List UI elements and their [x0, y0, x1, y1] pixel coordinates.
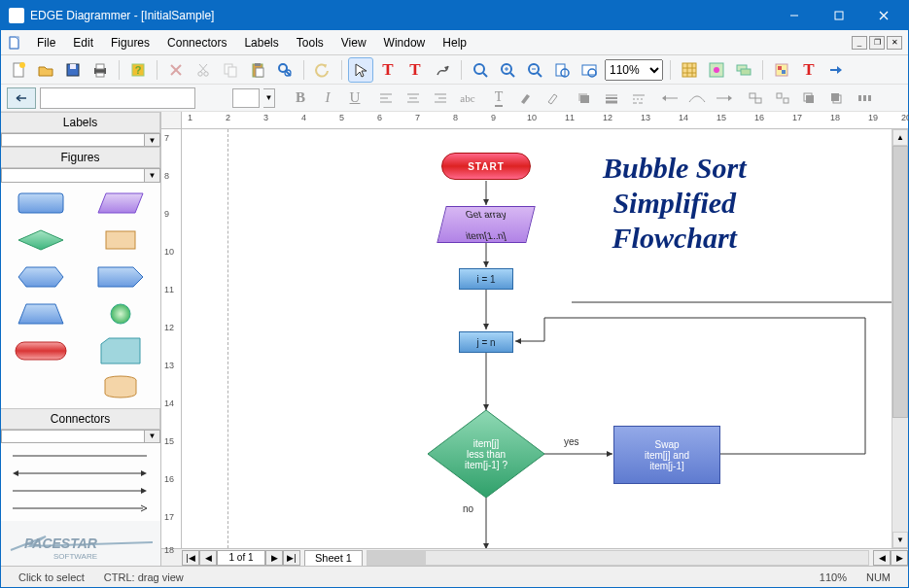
arrow-end-button[interactable] — [713, 86, 736, 110]
help-button[interactable]: ? — [126, 58, 150, 82]
scroll-right-icon[interactable]: ▶ — [891, 550, 908, 566]
figure-circle[interactable] — [88, 299, 153, 329]
zoom-combo[interactable]: 110% — [605, 59, 663, 81]
chevron-down-icon[interactable]: ▼ — [144, 169, 159, 181]
align-right-button[interactable] — [429, 86, 452, 110]
snap-grid-button[interactable] — [705, 58, 728, 82]
line-style-button[interactable] — [600, 86, 623, 110]
hscroll-thumb[interactable] — [367, 551, 426, 565]
fill-color-button[interactable] — [232, 88, 260, 108]
print-button[interactable] — [88, 58, 112, 82]
snap-figure-button[interactable] — [732, 58, 755, 82]
align-center-button[interactable] — [402, 86, 425, 110]
distribute-button[interactable] — [853, 86, 876, 110]
last-page-button[interactable]: ▶| — [283, 550, 300, 566]
zoom-out-button[interactable] — [523, 58, 546, 82]
style-gallery-button[interactable] — [770, 58, 793, 82]
figure-rect[interactable] — [9, 189, 73, 218]
close-button[interactable] — [861, 1, 906, 30]
text-style-button[interactable]: T — [797, 58, 821, 82]
get-array-node[interactable]: Get arrayitem[1..n] — [437, 206, 535, 243]
maximize-button[interactable] — [817, 1, 861, 30]
connector-arrow[interactable] — [7, 482, 155, 500]
ungroup-button[interactable] — [771, 86, 794, 110]
zoom-page-button[interactable] — [550, 58, 574, 82]
prev-page-button[interactable]: ◀ — [199, 550, 217, 566]
labels-panel-header[interactable]: Labels — [1, 112, 160, 133]
text-tool-button[interactable]: T — [376, 58, 400, 82]
scroll-up-icon[interactable]: ▲ — [892, 129, 908, 146]
underline-button[interactable]: U — [343, 86, 367, 110]
zoom-button[interactable] — [469, 58, 492, 82]
pointer-mode-button[interactable] — [7, 87, 36, 109]
horizontal-scrollbar[interactable] — [367, 550, 869, 566]
vscroll-thumb[interactable] — [892, 146, 908, 418]
back-button[interactable] — [825, 86, 849, 110]
figure-tag[interactable] — [88, 262, 153, 292]
chevron-down-icon[interactable]: ▼ — [144, 134, 159, 146]
open-button[interactable] — [34, 58, 57, 82]
style-selector[interactable] — [40, 87, 195, 109]
connectors-panel-header[interactable]: Connectors — [1, 408, 160, 430]
zoom-in-button[interactable] — [496, 58, 519, 82]
menu-help[interactable]: Help — [434, 33, 475, 52]
shadow-button[interactable] — [573, 86, 596, 110]
abc-button[interactable]: abc — [456, 86, 479, 110]
swap-node[interactable]: Swapitem[j] anditem[j-1] — [613, 426, 720, 484]
menu-edit[interactable]: Edit — [64, 33, 102, 52]
scroll-left-icon[interactable]: ◀ — [873, 550, 891, 566]
select-tool-button[interactable] — [349, 58, 372, 82]
connector-tool-button[interactable] — [431, 58, 454, 82]
bold-button[interactable]: B — [289, 86, 312, 110]
start-node[interactable]: START — [441, 153, 531, 180]
group-button[interactable] — [744, 86, 767, 110]
arrow-curve-button[interactable] — [685, 86, 709, 110]
chevron-down-icon[interactable]: ▼ — [144, 431, 159, 442]
copy-button[interactable] — [219, 58, 242, 82]
connector-open-arrow[interactable] — [7, 500, 155, 517]
canvas[interactable]: START Get arrayitem[1..n] i = 1 j = n it… — [182, 129, 892, 548]
mdi-close-icon[interactable]: ✕ — [887, 36, 902, 50]
grid-button[interactable] — [678, 58, 701, 82]
figure-card[interactable] — [88, 336, 153, 365]
cut-button[interactable] — [192, 58, 215, 82]
figure-parallelogram[interactable] — [88, 189, 153, 218]
j-equals-n-node[interactable]: j = n — [459, 331, 513, 353]
decision-node[interactable]: item[j]less thanitem[j-1] ? — [428, 410, 544, 498]
mdi-minimize-icon[interactable]: _ — [852, 36, 867, 50]
arrow-start-button[interactable] — [658, 86, 682, 110]
i-equals-1-node[interactable]: i = 1 — [459, 268, 513, 290]
delete-button[interactable] — [164, 58, 188, 82]
dash-style-button[interactable] — [627, 86, 650, 110]
align-left-button[interactable] — [374, 86, 398, 110]
ruler-horizontal[interactable]: 1 2 3 4 5 6 7 8 9 10 11 12 13 14 15 16 1 — [182, 112, 908, 129]
save-button[interactable] — [61, 58, 85, 82]
figures-panel-header[interactable]: Figures — [1, 147, 160, 168]
menu-figures[interactable]: Figures — [102, 33, 158, 52]
connector-double-arrow[interactable] — [7, 465, 155, 482]
mdi-restore-icon[interactable]: ❐ — [869, 36, 885, 50]
paste-button[interactable] — [246, 58, 269, 82]
figure-hexagon[interactable] — [9, 262, 73, 292]
figure-diamond[interactable] — [9, 225, 73, 255]
zoom-fit-button[interactable] — [577, 58, 601, 82]
export-button[interactable] — [824, 58, 848, 82]
sheet-tab[interactable]: Sheet 1 — [304, 550, 363, 566]
minimize-button[interactable] — [772, 1, 817, 30]
figure-small-rect[interactable] — [88, 225, 153, 255]
brush-button[interactable] — [542, 86, 565, 110]
menu-tools[interactable]: Tools — [288, 33, 332, 52]
find-button[interactable] — [273, 58, 297, 82]
ruler-vertical[interactable]: 7 8 9 10 11 12 13 14 15 16 17 18 — [161, 129, 182, 548]
connectors-combo[interactable]: ▼ — [1, 430, 160, 443]
front-button[interactable] — [798, 86, 822, 110]
connector-line[interactable] — [7, 447, 155, 465]
figure-trapezoid[interactable] — [9, 299, 73, 329]
undo-button[interactable] — [311, 58, 334, 82]
figure-pill[interactable] — [9, 336, 73, 365]
labels-combo[interactable]: ▼ — [1, 133, 160, 147]
next-page-button[interactable]: ▶ — [265, 550, 283, 566]
menu-view[interactable]: View — [332, 33, 375, 52]
new-button[interactable] — [7, 58, 30, 82]
text-color-button[interactable]: T — [487, 86, 510, 110]
